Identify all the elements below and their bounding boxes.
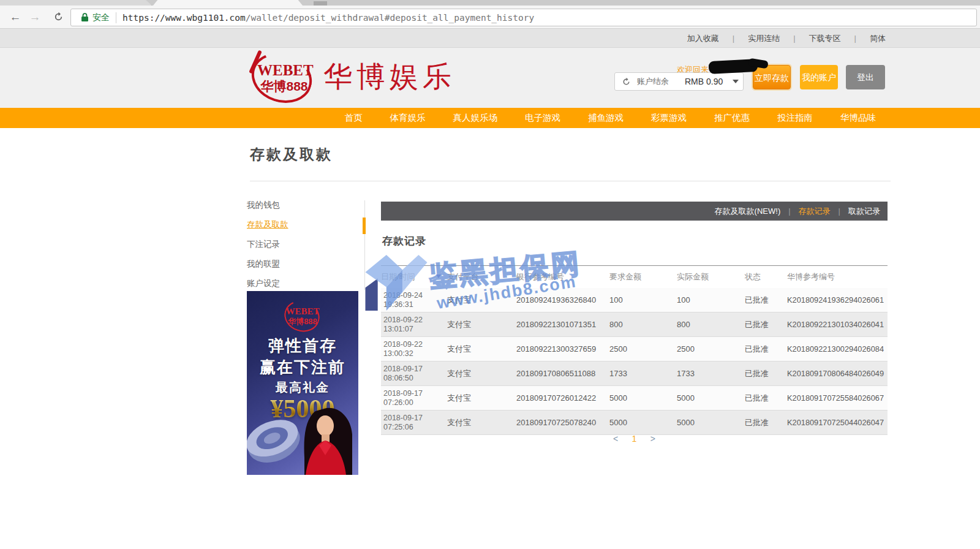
nav-item[interactable]: 首页 <box>345 112 363 124</box>
record-tab[interactable]: 存款记录| <box>799 206 848 217</box>
section-title: 存款记录 <box>382 234 426 248</box>
tab-separator: | <box>788 206 790 216</box>
record-tab[interactable]: 取款记录| <box>848 206 880 217</box>
balance-refresh-icon[interactable] <box>622 77 631 86</box>
nav-item[interactable]: 体育娱乐 <box>390 112 426 124</box>
cell-datetime: 2018-09-1708:06:50 <box>381 365 447 383</box>
sidebar-item[interactable]: 存款及取款 <box>247 219 357 230</box>
cell-datetime: 2018-09-2213:01:07 <box>381 316 447 334</box>
banner-line1: 弹性首存 <box>247 335 358 357</box>
sidebar-item[interactable]: 我的联盟 <box>247 259 357 270</box>
logout-button[interactable]: 登出 <box>846 65 885 89</box>
cell-platform: 支付宝 <box>447 417 516 428</box>
poker-chip-icon <box>247 413 306 470</box>
site-name: 华博娱乐 <box>323 58 456 96</box>
sidebar-item[interactable]: 账户设定 <box>247 278 357 289</box>
banner-line3: 最高礼金 <box>247 379 358 396</box>
pagination-next[interactable]: > <box>650 434 655 444</box>
cell-datetime: 2018-09-2419:36:31 <box>381 291 447 309</box>
cell-request-amount: 2500 <box>609 344 677 354</box>
logo-webet-text: WEBET <box>257 62 311 79</box>
cell-platform: 支付宝 <box>447 319 516 330</box>
cell-request-amount: 5000 <box>609 393 677 403</box>
main-nav: 首页 体育娱乐 真人娱乐场 电子游戏 捕鱼游戏 彩票游戏 推广优惠 投注指南 华… <box>0 108 980 128</box>
pagination: < 1 > <box>381 433 888 444</box>
browser-tab-inactive[interactable] <box>0 0 152 6</box>
nav-item[interactable]: 推广优惠 <box>714 112 750 124</box>
nav-item[interactable]: 投注指南 <box>777 112 813 124</box>
logo-huabo888-text: 华博888 <box>255 78 314 95</box>
browser-tab-favicon <box>314 1 327 6</box>
deposit-now-button[interactable]: 立即存款 <box>753 65 791 89</box>
cell-status: 已批准 <box>745 344 787 355</box>
cell-bank-ref: 201809241936326840 <box>516 295 609 305</box>
utility-link[interactable]: 实用连结| <box>748 33 809 44</box>
pagination-prev[interactable]: < <box>613 434 618 444</box>
refresh-icon[interactable] <box>50 9 66 25</box>
cell-webet-ref: K201809170725044026047 <box>787 418 888 427</box>
table-row: 2018-09-1708:06:50 支付宝 20180917080651108… <box>381 362 888 386</box>
cell-webet-ref: K201809241936294026061 <box>787 295 888 305</box>
cell-bank-ref: 201809170806511088 <box>516 369 609 378</box>
site-logo[interactable]: WEBET 华博888 华博娱乐 <box>249 51 456 105</box>
utility-link[interactable]: 下载专区| <box>809 33 870 44</box>
browser-toolbar: ← → 安全 https://www.wbg1101.com/wallet/de… <box>0 6 980 29</box>
utility-link[interactable]: 加入收藏| <box>687 33 748 44</box>
promo-banner[interactable]: WEBET 华博888 弹性首存 赢在下注前 最高礼金 ¥5000 <box>247 291 358 475</box>
cell-actual-amount: 5000 <box>677 418 745 427</box>
cell-platform: 支付宝 <box>447 295 516 306</box>
url-bar[interactable]: 安全 https://www.wbg1101.com/wallet/deposi… <box>70 9 977 26</box>
banner-logo: WEBET 华博888 <box>281 300 324 334</box>
back-icon[interactable]: ← <box>7 9 23 25</box>
url-text[interactable]: https://www.wbg1101.com/wallet/deposit_w… <box>123 13 534 23</box>
column-header: 银行参考编号 <box>516 271 609 282</box>
cell-datetime: 2018-09-1707:25:06 <box>381 414 447 432</box>
cell-bank-ref: 201809221301071351 <box>516 320 609 329</box>
utility-bar: 加入收藏| 实用连结| 下载专区| 简体| <box>0 29 980 48</box>
record-tab[interactable]: 存款及取款(NEW!)| <box>715 206 799 217</box>
secure-label: 安全 <box>92 12 110 23</box>
url-path: /wallet/deposit_withdrawal#deposit_all_p… <box>246 13 534 23</box>
column-header: 要求金额 <box>609 271 677 282</box>
browser-tab-active[interactable] <box>153 0 303 6</box>
nav-item[interactable]: 华博品味 <box>840 112 876 124</box>
cell-datetime: 2018-09-1707:26:00 <box>381 389 447 407</box>
cell-status: 已批准 <box>745 393 787 404</box>
sidebar-item[interactable]: 我的钱包 <box>247 200 357 211</box>
cell-actual-amount: 800 <box>677 320 745 329</box>
utility-links: 加入收藏| 实用连结| 下载专区| 简体| <box>249 29 886 48</box>
nav-item[interactable]: 彩票游戏 <box>651 112 687 124</box>
cell-actual-amount: 5000 <box>677 393 745 403</box>
column-header: 实际金额 <box>677 271 745 282</box>
utility-separator: | <box>854 34 856 43</box>
cell-bank-ref: 201809221300327659 <box>516 344 609 354</box>
nav-item[interactable]: 电子游戏 <box>525 112 560 124</box>
cell-datetime: 2018-09-2213:00:32 <box>381 340 447 358</box>
cell-platform: 支付宝 <box>447 368 516 379</box>
cell-request-amount: 1733 <box>609 369 677 378</box>
title-divider <box>250 181 891 181</box>
pagination-page-1[interactable]: 1 <box>632 434 637 444</box>
cell-request-amount: 800 <box>609 320 677 329</box>
nav-item[interactable]: 真人娱乐场 <box>453 112 498 124</box>
nav-item[interactable]: 捕鱼游戏 <box>588 112 624 124</box>
my-account-button[interactable]: 我的账户 <box>800 65 838 89</box>
sidebar-item[interactable]: 下注记录 <box>247 239 357 250</box>
cell-status: 已批准 <box>745 368 787 379</box>
cell-status: 已批准 <box>745 319 787 330</box>
url-domain: https://www.wbg1101.com <box>123 13 246 23</box>
table-row: 2018-09-2213:00:32 支付宝 20180922130032765… <box>381 337 888 362</box>
record-tabs-bar: 存款及取款(NEW!)| 存款记录| 取款记录| <box>381 202 888 221</box>
site-header: WEBET 华博888 华博娱乐 欢迎回来 账户结余 RMB 0.90 立即存款… <box>0 48 980 108</box>
utility-separator: | <box>733 34 734 43</box>
cell-actual-amount: 100 <box>677 295 745 305</box>
balance-dropdown-icon[interactable] <box>733 80 739 83</box>
cell-platform: 支付宝 <box>447 393 516 404</box>
sort-caret-icon[interactable] <box>436 274 441 278</box>
utility-link[interactable]: 简体| <box>870 33 886 44</box>
sidebar-divider <box>364 200 365 290</box>
table-header-row: 日期/时间 支付平台 银行参考编号 要求金额 实际金额 状态 华博参考编号 <box>381 265 888 288</box>
cell-request-amount: 100 <box>609 295 677 305</box>
cell-status: 已批准 <box>745 417 787 428</box>
balance-value: RMB 0.90 <box>685 77 723 86</box>
